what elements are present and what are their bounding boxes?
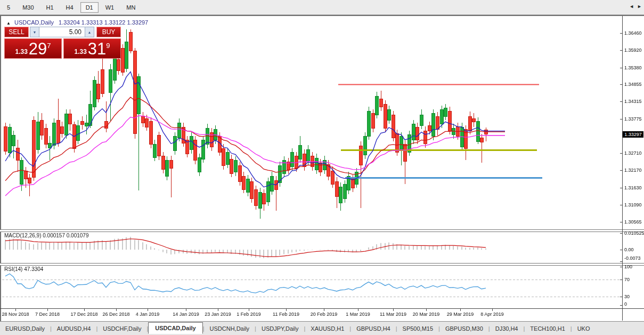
sell-button[interactable]: SELL: [4, 27, 29, 37]
symbol-tab-usdjpy[interactable]: USDJPY,Daily: [256, 323, 304, 334]
price-axis-label: 1.35920: [624, 47, 642, 53]
date-axis-label: 20 Mar 2019: [413, 312, 440, 317]
volume-up-icon[interactable]: ▲: [85, 27, 94, 37]
timeframe-button-h1[interactable]: H1: [41, 2, 59, 13]
macd-axis-label: -0.0073: [624, 256, 641, 261]
macd-axis-label: 0.010525: [624, 230, 644, 236]
rsi-axis-label: 30: [624, 294, 630, 299]
date-axis-label: 26 Dec 2018: [102, 312, 129, 317]
price-axis-line: [622, 16, 623, 321]
date-axis-label: 11 Feb 2019: [273, 312, 299, 317]
chart-header: ▲ USDCAD,Daily 1.33204 1.33313 1.33122 1…: [6, 19, 148, 26]
date-axis-label: 11 Mar 2019: [380, 312, 406, 317]
buy-price-prefix: 1.33: [74, 48, 86, 55]
price-axis-label: 1.32170: [624, 168, 642, 173]
sell-price-prefix: 1.33: [15, 48, 27, 55]
price-axis-label: 1.32710: [624, 150, 642, 156]
symbol-tab-dj30[interactable]: DJ30,H4: [490, 323, 524, 334]
buy-price-big: 31: [88, 40, 106, 58]
volume-stepper: ▼ 5.00 ▲: [30, 27, 94, 37]
date-axis-label: 28 Nov 2018: [2, 312, 29, 317]
timeframe-button-w1[interactable]: W1: [100, 2, 120, 13]
rsi-axis-label: 0: [624, 301, 627, 307]
symbol-tab-gbpusd[interactable]: GBPUSD,M30: [440, 323, 488, 334]
timeframe-toolbar: 5M30H1H4D1W1MN: [0, 0, 644, 15]
symbol-tab-tech100[interactable]: TECH100,H1: [525, 323, 570, 334]
collapse-triangle-icon[interactable]: ▲: [6, 21, 11, 26]
symbol-tab-bar: EURUSD,Daily|AUDUSD,H4|USDCHF,Daily|USDC…: [0, 321, 644, 335]
symbol-tab-usdcad[interactable]: USDCAD,Daily: [148, 322, 202, 334]
symbol-tab-xauusd[interactable]: XAUUSD,H1: [305, 323, 349, 334]
symbol-tab-uko[interactable]: UKO: [572, 323, 596, 334]
sell-price-sup: 7: [47, 42, 51, 50]
timeframe-button-5[interactable]: 5: [2, 2, 15, 13]
timeframe-button-d1[interactable]: D1: [80, 2, 99, 13]
date-axis-label: 23 Jan 2019: [205, 312, 231, 317]
sell-price-box[interactable]: 1.33 29 7: [4, 38, 62, 59]
date-axis-label: 29 Mar 2019: [447, 312, 474, 317]
sell-price-big: 29: [29, 40, 47, 58]
macd-label: MACD(12,26,9) 0.000157 0.001079: [4, 233, 88, 238]
macd-panel-separator[interactable]: [0, 229, 644, 232]
buy-button[interactable]: BUY: [96, 27, 121, 37]
chart-symbol-label: USDCAD,Daily: [14, 19, 54, 26]
price-axis-label: 1.36460: [624, 30, 642, 36]
date-axis-label: 17 Dec 2018: [70, 312, 97, 317]
tab-scroll-right-icon[interactable]: ►: [637, 4, 642, 9]
symbol-tab-usdcnh[interactable]: USDCNH,Daily: [205, 323, 255, 334]
tab-scroll-left-icon[interactable]: ◄: [629, 4, 634, 9]
price-axis-label: 1.31090: [624, 202, 642, 208]
symbol-tab-eurusd[interactable]: EURUSD,Daily: [0, 323, 50, 334]
date-axis-label: 20 Feb 2019: [311, 312, 338, 317]
price-axis-label: 1.30565: [624, 219, 642, 225]
rsi-label: RSI(14) 47.3304: [4, 266, 43, 272]
symbol-tab-audusd[interactable]: AUDUSD,H4: [52, 323, 96, 334]
timeframe-button-m30[interactable]: M30: [17, 2, 39, 13]
price-axis-label: 1.34315: [624, 99, 642, 104]
rsi-axis-label: 70: [624, 277, 630, 282]
current-price-tag: 1.33297: [623, 131, 643, 138]
chart-ohlc-values: 1.33204 1.33313 1.33122 1.33297: [59, 19, 148, 26]
volume-down-icon[interactable]: ▼: [30, 27, 39, 37]
date-axis-label: 8 Apr 2019: [480, 312, 504, 317]
timeframe-button-h4[interactable]: H4: [61, 2, 79, 13]
one-click-trading-panel: SELL ▼ 5.00 ▲ BUY 1.33 29 7 1.33 31 9: [4, 27, 121, 59]
price-axis-label: 1.33775: [624, 116, 642, 122]
tab-scrollers: ◄►: [626, 4, 642, 9]
buy-price-sup: 9: [106, 42, 110, 50]
date-axis-label: 14 Jan 2019: [173, 312, 199, 317]
price-axis-label: 1.31630: [624, 185, 642, 190]
date-axis-line: [0, 308, 644, 309]
buy-price-box[interactable]: 1.33 31 9: [63, 38, 121, 59]
rsi-panel-separator[interactable]: [0, 263, 644, 266]
timeframe-button-mn[interactable]: MN: [121, 2, 141, 13]
symbol-tab-gbpusd[interactable]: GBPUSD,H4: [351, 323, 396, 334]
date-axis-label: 7 Dec 2018: [35, 312, 60, 317]
date-axis-label: 1 Feb 2019: [237, 312, 261, 317]
macd-axis-label: 0.00: [624, 247, 634, 252]
date-axis-label: 4 Jan 2019: [136, 312, 160, 317]
price-axis-label: 1.34855: [624, 82, 642, 87]
rsi-axis-label: 100: [624, 264, 632, 269]
date-axis-label: 1 Mar 2019: [346, 312, 370, 317]
price-axis-label: 1.35380: [624, 65, 642, 70]
symbol-tab-sp500[interactable]: SP500,M15: [397, 323, 438, 334]
volume-input[interactable]: 5.00: [39, 27, 85, 37]
symbol-tab-usdchf[interactable]: USDCHF,Daily: [97, 323, 146, 334]
